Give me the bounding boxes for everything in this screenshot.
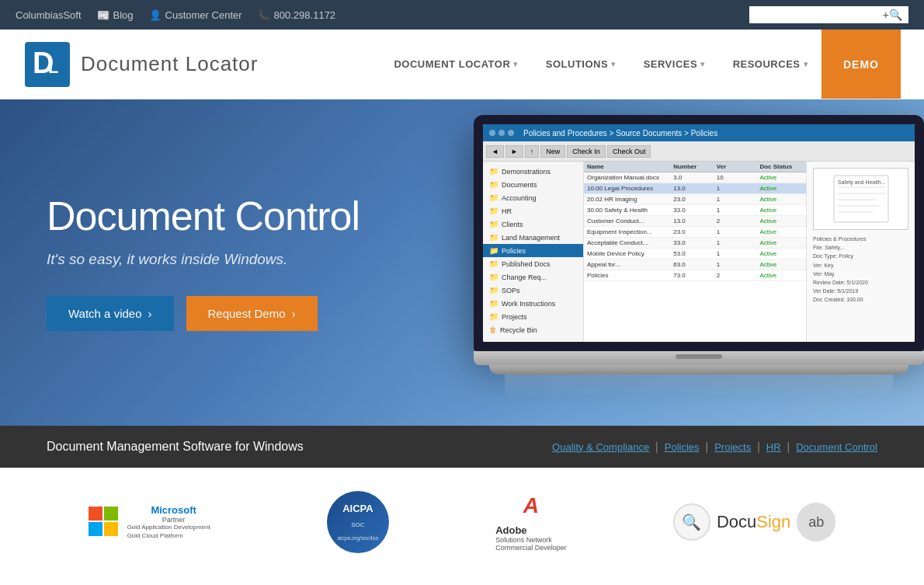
partner-extra-icon: ab [797,503,835,541]
sidebar-item-published[interactable]: 📁 Published Docs [483,257,583,270]
screen-main: NameNumberVerDoc Status Organization Man… [584,162,806,342]
main-nav: DOCUMENT LOCATOR ▾ SOLUTIONS ▾ SERVICES … [380,30,901,99]
table-row[interactable]: Policies73.02Active [584,270,806,281]
chevron-down-icon: ▾ [804,60,808,68]
table-row[interactable]: Customer Conduct...13.02Active [584,216,806,227]
screen-sidebar: 📁 Demonstrations 📁 Documents 📁 Accountin… [483,162,584,342]
request-demo-button[interactable]: Request Demo › [186,296,318,331]
svg-rect-13 [104,522,118,536]
bottom-bar: Document Management Software for Windows… [0,426,924,468]
hero-buttons: Watch a video › Request Demo › [47,296,360,331]
arrow-right-icon: › [148,307,152,320]
sidebar-item-clients[interactable]: 📁 Clients [483,218,583,231]
sidebar-item-accounting[interactable]: 📁 Accounting [483,191,583,204]
table-row[interactable]: Appeal for...63.01Active [584,259,806,270]
sidebar-item-policies[interactable]: 📁 Policies [483,244,583,257]
svg-text:L: L [48,57,58,77]
logo[interactable]: D L Document Locator [23,40,258,89]
phone-icon: 📞 [258,9,270,21]
logo-text: Document Locator [81,52,258,76]
aicpa-badge: AICPA SOC aicpa.org/soc4so [327,491,389,553]
screen-toolbar: ◄ ► ↑ New Check In Check Out [483,141,915,162]
toolbar-btn[interactable]: Check In [567,145,606,158]
table-row[interactable]: 10.00 Legal Procedures13.01Active [584,183,806,194]
svg-rect-11 [104,507,118,521]
microsoft-partner: Microsoft Partner Gold Application Devel… [89,504,221,540]
laptop-reflection [505,374,893,398]
sidebar-item-sops[interactable]: 📁 SOPs [483,284,583,297]
svg-text:Safety and Health...: Safety and Health... [838,179,886,186]
search-circle-icon: 🔍 [673,503,710,541]
customer-center-link[interactable]: 👤 Customer Center [149,9,242,21]
main-header: D L Document Locator DOCUMENT LOCATOR ▾ … [0,30,924,99]
docusign-text: DocuSign [717,512,790,532]
table-row[interactable]: Equipment Inspection...23.01Active [584,227,806,238]
blog-link[interactable]: 📰 Blog [97,9,134,21]
svg-rect-12 [89,522,102,536]
chevron-down-icon: ▾ [611,60,616,68]
table-row[interactable]: 20.02 HR Imaging23.01Active [584,194,806,205]
phone-link[interactable]: 📞 800.298.1172 [258,9,336,21]
sidebar-item-projects[interactable]: 📁 Projects [483,310,583,323]
screen-titlebar: Policies and Procedures > Source Documen… [483,124,915,141]
sidebar-item-work[interactable]: 📁 Work Instructions [483,297,583,310]
link-document-control[interactable]: Document Control [796,441,877,453]
nav-resources[interactable]: RESOURCES ▾ [719,30,822,99]
nav-document-locator[interactable]: DOCUMENT LOCATOR ▾ [380,30,531,99]
hero-content: Document Control It's so easy, it works … [47,194,360,331]
hero-subtitle: It's so easy, it works inside Windows. [47,251,360,268]
search-icon: +🔍 [883,9,902,21]
toolbar-btn[interactable]: Check Out [607,145,651,158]
sidebar-item-hr[interactable]: 📁 HR [483,204,583,218]
sidebar-item-demonstrations[interactable]: 📁 Demonstrations [483,165,583,178]
chevron-down-icon: ▾ [700,60,705,68]
link-quality[interactable]: Quality & Compliance [552,441,649,453]
sidebar-item-change[interactable]: 📁 Change Req... [483,270,583,284]
link-policies[interactable]: Policies [665,441,700,453]
table-row[interactable]: Organization Manual.docx3.010Active [584,172,806,183]
search-input[interactable] [756,9,880,21]
tagline: Document Management Software for Windows [47,440,304,454]
hero-laptop-image: Policies and Procedures > Source Documen… [474,115,924,398]
nav-demo[interactable]: DEMO [822,30,901,99]
sidebar-item-land[interactable]: 📁 Land Management [483,231,583,244]
sidebar-item-documents[interactable]: 📁 Documents [483,178,583,191]
microsoft-logo [89,507,120,538]
screen-preview: Safety and Health... Policies & Procedur… [806,162,915,342]
toolbar-btn[interactable]: New [540,145,565,158]
microsoft-badge-text: Gold Application Development Gold Cloud … [127,524,221,540]
adobe-partner: A Adobe Solutions Network Commercial Dev… [495,493,567,552]
nav-solutions[interactable]: SOLUTIONS ▾ [532,30,630,99]
columbiasoft-link[interactable]: ColumbiasSoft [16,9,82,21]
docusign-partner: 🔍 DocuSign ab [673,503,835,541]
search-button[interactable]: +🔍 [883,9,902,21]
table-row[interactable]: Acceptable Conduct...33.01Active [584,238,806,249]
preview-metadata: Policies & Procedures File: Safety... Do… [813,235,908,305]
user-icon: 👤 [149,9,162,21]
top-bar: ColumbiasSoft 📰 Blog 👤 Customer Center 📞… [0,0,924,30]
hero-section: Document Control It's so easy, it works … [0,99,924,426]
bottom-links: Quality & Compliance | Policies | Projec… [552,440,877,453]
microsoft-partner-label: Microsoft Partner [127,504,221,524]
link-hr[interactable]: HR [766,441,781,453]
partners-section: Microsoft Partner Gold Application Devel… [0,468,924,576]
table-row[interactable]: 30.00 Safety & Health33.01Active [584,205,806,216]
svg-rect-10 [89,507,102,521]
adobe-icon: A [523,493,539,518]
logo-icon: D L [23,40,71,89]
preview-image: Safety and Health... [813,168,908,230]
hero-title: Document Control [47,194,360,239]
table-row[interactable]: Mobile Device Policy53.01Active [584,249,806,259]
table-header: NameNumberVerDoc Status [584,162,806,172]
toolbar-btn[interactable]: ◄ [486,145,504,158]
search-box: +🔍 [749,6,908,23]
sidebar-item-recycle[interactable]: 🗑 Recycle Bin [483,323,583,336]
nav-services[interactable]: SERVICES ▾ [630,30,719,99]
laptop-bottom [489,365,908,374]
watch-video-button[interactable]: Watch a video › [47,296,174,331]
arrow-right-icon: › [292,307,296,320]
toolbar-btn[interactable]: ► [505,145,523,158]
toolbar-btn[interactable]: ↑ [525,145,540,158]
screen-body: 📁 Demonstrations 📁 Documents 📁 Accountin… [483,162,915,342]
link-projects[interactable]: Projects [714,441,751,453]
